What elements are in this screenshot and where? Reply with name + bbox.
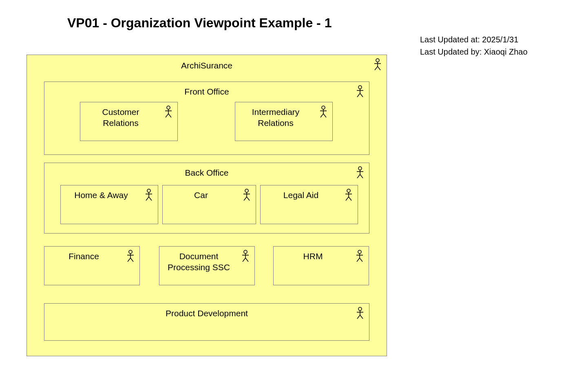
svg-line-3	[375, 66, 378, 70]
svg-line-8	[357, 93, 360, 97]
actor-hrm: HRM	[273, 246, 369, 285]
diagram-page: VP01 - Organization Viewpoint Example - …	[0, 0, 588, 388]
svg-point-15	[322, 106, 325, 109]
actor-back-office-label: Back Office	[44, 167, 369, 178]
meta-updated-by: Last Updated by: Xiaoqi Zhao	[420, 46, 528, 58]
actor-legal-aid-label: Legal Aid	[261, 190, 341, 201]
actor-icon	[373, 58, 382, 71]
svg-point-20	[358, 167, 362, 170]
actor-archisurance-label: ArchiSurance	[27, 60, 387, 71]
meta-updated-by-label: Last Updated by:	[420, 47, 484, 56]
diagram-title: VP01 - Organization Viewpoint Example - …	[67, 15, 332, 31]
actor-icon	[241, 250, 250, 262]
actor-hrm-label: HRM	[274, 251, 352, 262]
actor-icon	[242, 189, 252, 201]
svg-line-44	[130, 258, 133, 262]
svg-point-40	[129, 250, 132, 254]
actor-icon	[355, 250, 365, 262]
actor-intermediary-relations: IntermediaryRelations	[235, 102, 333, 141]
svg-line-39	[349, 197, 351, 201]
actor-home-away: Home & Away	[60, 185, 158, 224]
svg-line-28	[146, 197, 149, 201]
actor-document-processing-ssc-label: DocumentProcessing SSC	[159, 251, 238, 273]
actor-customer-relations: CustomerRelations	[80, 102, 178, 141]
meta-updated-by-value: Xiaoqi Zhao	[484, 47, 528, 56]
svg-point-25	[147, 189, 150, 192]
actor-icon	[355, 166, 365, 179]
actor-icon	[144, 189, 154, 201]
actor-customer-relations-label: CustomerRelations	[80, 106, 161, 129]
svg-point-50	[358, 250, 361, 254]
actor-icon	[318, 106, 328, 118]
meta-updated-at-label: Last Updated at:	[420, 35, 482, 44]
svg-line-33	[244, 197, 247, 201]
svg-line-18	[321, 114, 323, 117]
svg-line-34	[247, 197, 250, 201]
svg-point-45	[244, 250, 247, 254]
actor-icon	[355, 307, 365, 319]
svg-line-43	[128, 258, 130, 262]
svg-line-54	[360, 258, 363, 262]
svg-line-19	[323, 114, 326, 117]
svg-line-14	[168, 114, 171, 117]
actor-icon	[344, 189, 354, 201]
svg-line-24	[360, 174, 363, 178]
actor-legal-aid: Legal Aid	[260, 185, 358, 224]
svg-line-23	[357, 174, 360, 178]
svg-line-29	[149, 197, 152, 201]
svg-point-5	[358, 86, 362, 89]
actor-product-development: Product Development	[44, 303, 369, 341]
svg-point-10	[167, 106, 170, 109]
svg-line-58	[357, 315, 360, 319]
svg-point-0	[376, 59, 379, 62]
svg-point-55	[358, 307, 362, 311]
actor-icon	[164, 106, 173, 118]
actor-car: Car	[162, 185, 256, 224]
svg-line-49	[245, 258, 248, 262]
svg-line-4	[378, 66, 380, 70]
svg-line-48	[243, 258, 245, 262]
actor-intermediary-relations-label: IntermediaryRelations	[235, 106, 316, 129]
actor-car-label: Car	[163, 190, 239, 201]
actor-document-processing-ssc: DocumentProcessing SSC	[159, 246, 255, 285]
svg-line-9	[360, 93, 363, 97]
meta-updated-at: Last Updated at: 2025/1/31	[420, 33, 528, 46]
actor-icon	[355, 85, 365, 97]
actor-product-development-label: Product Development	[44, 308, 369, 319]
svg-point-35	[347, 189, 350, 192]
actor-finance-label: Finance	[44, 251, 123, 262]
actor-icon	[126, 250, 135, 262]
svg-line-53	[357, 258, 360, 262]
svg-point-30	[245, 189, 248, 192]
actor-home-away-label: Home & Away	[61, 190, 141, 201]
svg-line-38	[346, 197, 349, 201]
svg-line-13	[166, 114, 168, 117]
actor-front-office-label: Front Office	[44, 86, 369, 97]
svg-line-59	[360, 315, 363, 319]
diagram-metadata: Last Updated at: 2025/1/31 Last Updated …	[420, 33, 528, 58]
actor-finance: Finance	[44, 246, 140, 285]
meta-updated-at-value: 2025/1/31	[482, 35, 518, 44]
